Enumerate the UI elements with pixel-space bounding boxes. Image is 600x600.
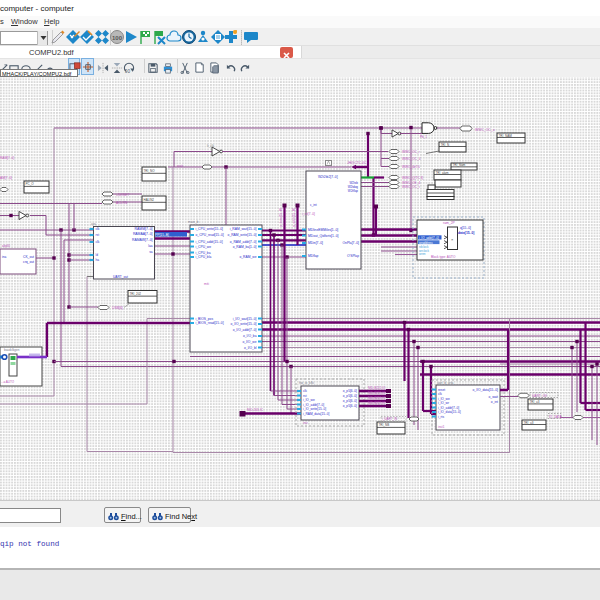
svg-text:o_RAM_write[15..0]: o_RAM_write[15..0] xyxy=(228,233,257,237)
svg-text:baudclkgen: baudclkgen xyxy=(4,348,20,352)
svg-text:reset: reset xyxy=(438,388,445,392)
svg-text:inst1: inst1 xyxy=(438,425,445,429)
svg-text:data[15..0]: data[15..0] xyxy=(458,231,474,235)
svg-text:UART_out: UART_out xyxy=(113,275,128,279)
svg-text:NID-B222-IO: NID-B222-IO xyxy=(368,391,386,395)
svg-text:UART_OV: UART_OV xyxy=(532,394,548,398)
svg-text:i_RAM_data[15..0]: i_RAM_data[15..0] xyxy=(303,412,330,416)
svg-text:O'SPlap: O'SPlap xyxy=(347,254,359,258)
svg-text:clk: clk xyxy=(438,392,442,396)
svg-text:i_CPU_ba: i_CPU_ba xyxy=(195,251,210,255)
svg-text:o_I/O_we: o_I/O_we xyxy=(242,340,256,344)
svg-text:o_wait: o_wait xyxy=(488,395,498,399)
svg-text:ld: ld xyxy=(96,253,99,257)
svg-text:ram_2P: ram_2P xyxy=(443,221,456,225)
svg-text:i_IO_data[15..0]: i_IO_data[15..0] xyxy=(438,410,461,414)
svg-text:MDlineEMMiles[1..0]: MDlineEMMiles[1..0] xyxy=(308,228,338,232)
svg-text:i_IO_addr[7..0]: i_IO_addr[7..0] xyxy=(419,236,439,240)
svg-text:i_RAM_wait[15..0]: i_RAM_wait[15..0] xyxy=(229,227,256,231)
svg-text:TRI_alam: TRI_alam xyxy=(436,171,450,175)
svg-text:TRI_N: TRI_N xyxy=(441,143,450,147)
svg-text:laa: laa xyxy=(148,244,152,248)
svg-text:o_p5[6..0]: o_p5[6..0] xyxy=(343,389,357,393)
svg-text:o_I/O_write[15..0]: o_I/O_write[15..0] xyxy=(230,322,256,326)
svg-text:o_I/O_addr[7..0]: o_I/O_addr[7..0] xyxy=(233,328,257,332)
svg-text:i_I/O_wait[15..0]: i_I/O_wait[15..0] xyxy=(232,317,256,321)
svg-text:rst: rst xyxy=(96,233,100,237)
svg-text:...a AUTO: ...a AUTO xyxy=(1,380,15,384)
svg-text:WWC_4bT.0: WWC_4bT.0 xyxy=(402,165,420,169)
svg-text:lr_clk: lr_clk xyxy=(207,144,215,148)
svg-text:RAMM[7..0]: RAMM[7..0] xyxy=(135,227,153,231)
svg-text:altpll0: altpll0 xyxy=(2,244,10,248)
svg-text:Block type: AUTO: Block type: AUTO xyxy=(431,255,456,259)
svg-text:c_int: c_int xyxy=(310,203,317,207)
svg-text:hw_io_kfki: hw_io_kfki xyxy=(299,381,314,385)
svg-text:cpu: cpu xyxy=(91,222,96,226)
svg-text:q[15..0]: q[15..0] xyxy=(460,226,471,230)
svg-text:o_RAM_ba[1..0]: o_RAM_ba[1..0] xyxy=(233,245,257,249)
svg-text:i_CPU_we: i_CPU_we xyxy=(195,245,211,249)
svg-text:o_I/O_ba: o_I/O_ba xyxy=(243,334,257,338)
svg-text:uart_b_urta: uart_b_urta xyxy=(437,381,454,385)
svg-text:i_rts: i_rts xyxy=(438,415,445,419)
svg-text:W2tflap: W2tflap xyxy=(348,189,359,193)
svg-text:i_CPU_addr[15..0]: i_CPU_addr[15..0] xyxy=(195,240,222,244)
svg-text:RAM[7..0]: RAM[7..0] xyxy=(0,156,14,160)
svg-text:p_data[15..0]: p_data[15..0] xyxy=(279,208,283,227)
svg-text:ina: ina xyxy=(2,255,6,259)
svg-text:USB[6]: USB[6] xyxy=(112,306,123,310)
svg-text:i_IO_write[15..0]: i_IO_write[15..0] xyxy=(303,407,327,411)
svg-text:clk: clk xyxy=(96,240,100,244)
svg-text:NID-B222-IO: NID-B222-IO xyxy=(368,401,386,405)
svg-text:i_IO_we: i_IO_we xyxy=(438,397,450,401)
svg-text:clk: clk xyxy=(96,227,100,231)
svg-text:o_p5[6..0]: o_p5[6..0] xyxy=(343,399,357,403)
svg-text:i_BIOS_pos: i_BIOS_pos xyxy=(195,317,213,321)
svg-text:crq_out: crq_out xyxy=(23,260,34,264)
svg-text:i_BIOS_read[15..0]: i_BIOS_read[15..0] xyxy=(195,321,223,325)
svg-text:p_addr[15..0]: p_addr[15..0] xyxy=(292,208,296,227)
svg-text:sa: sa xyxy=(149,250,153,254)
svg-text:TRI_u3: TRI_u3 xyxy=(530,400,540,404)
svg-text:HALIN2: HALIN2 xyxy=(144,198,155,202)
svg-text:TRI_NB: TRI_NB xyxy=(379,423,390,427)
svg-text:TRI_u3: TRI_u3 xyxy=(524,421,534,425)
svg-text:i_int[7..0]: i_int[7..0] xyxy=(302,212,315,216)
svg-text:AM[7..0]: AM[7..0] xyxy=(0,176,12,180)
svg-text:rst: rst xyxy=(303,394,307,398)
svg-text:WWC_OC_4: WWC_OC_4 xyxy=(402,157,421,161)
svg-text:TRI_Nam: TRI_Nam xyxy=(453,163,466,167)
svg-text:i_CPU_write[15..0]: i_CPU_write[15..0] xyxy=(195,227,223,231)
svg-text:Pb_1: Pb_1 xyxy=(420,135,427,139)
svg-text:RAMAA[7..0]: RAMAA[7..0] xyxy=(133,232,153,236)
svg-text:i_IO_we: i_IO_we xyxy=(303,398,315,402)
svg-text:IO_DATA: IO_DATA xyxy=(549,415,561,419)
svg-text:o_int: o_int xyxy=(491,400,498,404)
svg-text:clk: clk xyxy=(303,389,307,393)
svg-text:o_CPU_read[15..0]: o_CPU_read[15..0] xyxy=(196,233,224,237)
svg-text:NID-B222-IO: NID-B222-IO xyxy=(368,396,386,400)
svg-text:o_I/O_data[15..0]: o_I/O_data[15..0] xyxy=(473,388,499,392)
svg-text:MDflap: MDflap xyxy=(308,254,319,258)
svg-text:i_UART_IN: i_UART_IN xyxy=(382,417,397,421)
svg-text:PC_O: PC_O xyxy=(26,182,35,186)
svg-text:miti: miti xyxy=(204,282,209,286)
svg-text:CK_out: CK_out xyxy=(23,255,34,259)
svg-text:TRI_202: TRI_202 xyxy=(130,292,142,296)
svg-text:inst: inst xyxy=(303,421,308,425)
svg-text:main_b: main_b xyxy=(188,220,199,224)
svg-text:100: 100 xyxy=(112,35,123,41)
svg-text:RAMAW[7..0]: RAMAW[7..0] xyxy=(132,238,152,242)
svg-text:o_p5[6..0]: o_p5[6..0] xyxy=(343,404,357,408)
svg-text:MDout_Qidforts[1..0]: MDout_Qidforts[1..0] xyxy=(308,234,339,238)
svg-text:ha: ha xyxy=(96,258,100,262)
svg-text:NID-203-IC: NID-203-IC xyxy=(247,408,264,412)
svg-text:WWC_Q[TC.3]: WWC_Q[TC.3] xyxy=(402,176,423,180)
svg-text:o_RAM_we: o_RAM_we xyxy=(239,255,256,259)
svg-text:i_IO_addr[7..0]: i_IO_addr[7..0] xyxy=(438,406,459,410)
svg-text:PP[15..B]: PP[15..B] xyxy=(155,233,169,237)
svg-text:o_I/O_bl: o_I/O_bl xyxy=(244,346,257,350)
svg-text:wren: wren xyxy=(419,252,426,256)
svg-text:i_CPU_bla: i_CPU_bla xyxy=(195,255,211,259)
